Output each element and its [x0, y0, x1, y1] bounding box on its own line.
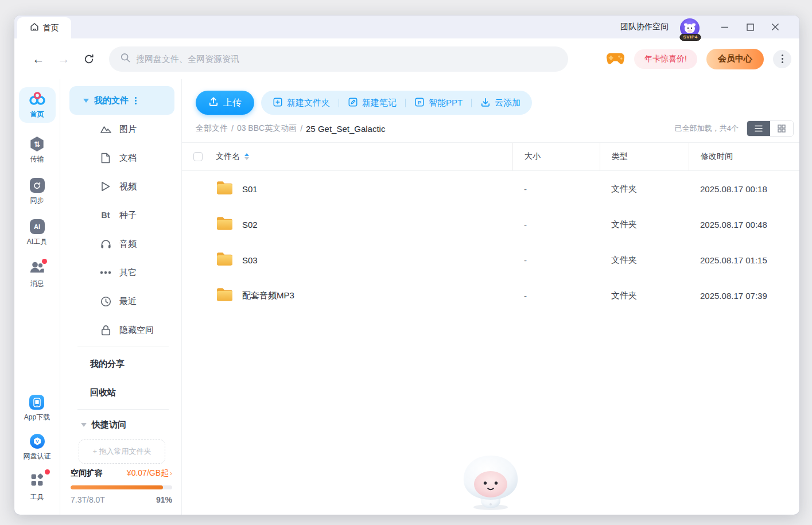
folder-icon: [216, 287, 234, 304]
sidebar-item-app-download[interactable]: App下载: [24, 395, 50, 422]
more-menu-button[interactable]: [773, 50, 791, 68]
collapse-arrow-icon: [81, 423, 87, 427]
tab-home[interactable]: 首页: [17, 17, 71, 38]
title-bar: 首页 团队协作空间 SVIP4: [14, 15, 799, 38]
table-header: 文件名 大小 类型 修改时间: [182, 142, 799, 171]
vip-center-button[interactable]: 会员中心: [706, 49, 764, 69]
sidebar-item-others[interactable]: 其它: [60, 258, 181, 287]
upload-button[interactable]: 上传: [196, 91, 254, 115]
new-note-icon: [348, 97, 358, 109]
storage-price-link[interactable]: ¥0.07/GB起›: [127, 468, 172, 479]
sidebar-item-my-shares[interactable]: 我的分享: [60, 349, 181, 378]
ai-tools-icon: AI: [30, 219, 45, 234]
vip-level-badge: SVIP4: [679, 34, 701, 41]
refresh-button[interactable]: [81, 51, 97, 67]
home-tab-icon: [30, 22, 39, 34]
folder-icon: [216, 251, 234, 269]
sidebar-item-my-files[interactable]: 我的文件: [69, 86, 174, 115]
tools-icon: [30, 473, 44, 489]
messages-icon: [29, 260, 45, 276]
sidebar-item-tools[interactable]: 工具: [30, 473, 44, 502]
app-download-icon: [29, 395, 44, 410]
forward-button[interactable]: →: [56, 51, 72, 67]
smart-ppt-icon: P: [414, 97, 425, 109]
sidebar-item-hidden-space[interactable]: 隐藏空间: [60, 316, 181, 344]
lock-icon: [99, 325, 112, 336]
sidebar-home-label: 首页: [30, 110, 44, 119]
audio-icon: [99, 239, 112, 249]
file-type: 文件夹: [600, 255, 689, 266]
folder-icon: [216, 216, 234, 233]
table-row[interactable]: S03 - 文件夹 2025.08.17 01:15: [182, 242, 799, 278]
search-icon: [121, 53, 130, 65]
file-size: -: [512, 291, 600, 301]
main-content: 上传 新建文件夹 新建笔记: [182, 79, 799, 515]
table-row[interactable]: S02 - 文件夹 2025.08.17 00:48: [182, 207, 799, 242]
cloud-add-button[interactable]: 云添加: [480, 97, 520, 109]
minimize-button[interactable]: [712, 15, 737, 38]
close-button[interactable]: [763, 15, 788, 38]
list-view-button[interactable]: [747, 121, 770, 136]
file-modified: 2025.08.17 00:48: [689, 220, 794, 230]
user-avatar[interactable]: SVIP4: [680, 18, 701, 39]
file-name[interactable]: 配套音频MP3: [242, 290, 294, 301]
sync-icon: [30, 178, 45, 193]
app-window: 首页 团队协作空间 SVIP4: [14, 15, 799, 515]
storage-percent-label: 91%: [156, 495, 172, 504]
sidebar-item-audio[interactable]: 音频: [60, 230, 181, 258]
toolbar-separator: [339, 99, 339, 107]
quick-access-dropzone[interactable]: + 拖入常用文件夹: [79, 440, 165, 464]
cloud-add-icon: [480, 97, 491, 109]
sidebar-item-recent[interactable]: 最近: [60, 287, 181, 316]
assistant-mascot[interactable]: [459, 454, 523, 514]
breadcrumb-all-files[interactable]: 全部文件: [196, 123, 228, 134]
column-header-modified: 修改时间: [689, 143, 794, 170]
sidebar-item-recycle-bin[interactable]: 回收站: [60, 378, 181, 407]
column-header-type: 类型: [600, 143, 689, 170]
upload-icon: [208, 96, 219, 109]
sidebar-item-pictures[interactable]: 图片: [60, 115, 181, 143]
sidebar-item-ai-tools[interactable]: AI AI工具: [27, 219, 47, 247]
file-name[interactable]: S02: [242, 220, 258, 230]
file-name[interactable]: S03: [242, 255, 258, 265]
sidebar-item-sync[interactable]: 同步: [30, 178, 45, 205]
new-note-button[interactable]: 新建笔记: [348, 97, 397, 109]
search-bar[interactable]: [109, 46, 568, 72]
sidebar-divider: [77, 347, 169, 347]
file-modified: 2025.08.17 01:15: [689, 255, 794, 265]
sidebar-item-messages[interactable]: 消息: [29, 260, 45, 289]
table-row[interactable]: 配套音频MP3 - 文件夹 2025.08.17 07:39: [182, 278, 799, 313]
sidebar-item-netdisk-verify[interactable]: V 网盘认证: [24, 434, 51, 461]
sort-icon[interactable]: [244, 153, 249, 160]
team-space-link[interactable]: 团队协作空间: [620, 22, 669, 32]
game-center-icon[interactable]: [606, 52, 625, 66]
others-icon: [99, 271, 112, 274]
sidebar-item-transfer[interactable]: ⇅ 传输: [30, 137, 45, 164]
search-input[interactable]: [136, 54, 557, 64]
vip-label: 会员中心: [718, 53, 752, 64]
column-header-name: 文件名: [216, 151, 240, 162]
sidebar-item-home[interactable]: 首页: [19, 87, 56, 123]
smart-ppt-button[interactable]: P 智能PPT: [414, 97, 463, 109]
nav-bar: ← → 年卡惊喜价! 会员中心: [14, 38, 799, 79]
annual-card-promo-badge[interactable]: 年卡惊喜价!: [634, 49, 697, 69]
table-row[interactable]: S01 - 文件夹 2025.08.17 00:18: [182, 171, 799, 207]
pictures-icon: [99, 124, 112, 134]
my-files-menu-icon[interactable]: [135, 97, 137, 104]
maximize-button[interactable]: [737, 15, 763, 38]
quick-access-header[interactable]: 快捷访问: [60, 412, 181, 437]
main-sidebar: 首页 ⇅ 传输 同步 AI AI工具 消息: [14, 79, 60, 515]
svg-text:V: V: [36, 439, 39, 444]
breadcrumb-parent-folder[interactable]: 03 BBC英文动画: [237, 123, 297, 134]
sidebar-item-videos[interactable]: 视频: [60, 172, 181, 201]
file-name[interactable]: S01: [242, 184, 258, 194]
tools-badge-dot: [45, 469, 50, 475]
back-button[interactable]: ←: [30, 51, 46, 67]
new-folder-button[interactable]: 新建文件夹: [273, 97, 330, 109]
select-all-checkbox[interactable]: [193, 152, 203, 161]
grid-view-button[interactable]: [770, 121, 793, 136]
sidebar-item-torrents[interactable]: Bt 种子: [60, 201, 181, 230]
sidebar-item-documents[interactable]: 文档: [60, 143, 181, 172]
recent-icon: [99, 296, 112, 307]
storage-used-label: 7.3T/8.0T: [71, 495, 105, 504]
